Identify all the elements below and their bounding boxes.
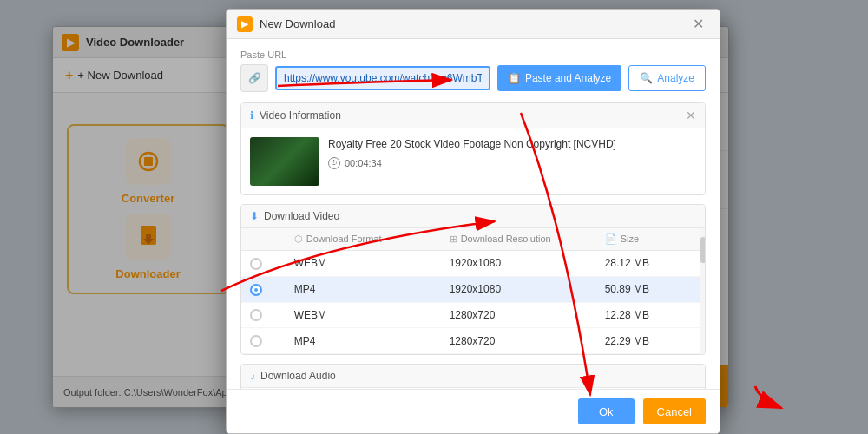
format-cell: WEBM bbox=[286, 251, 441, 277]
radio-button[interactable] bbox=[250, 284, 262, 296]
resolution-cell: 1920x1080 bbox=[441, 276, 596, 302]
download-audio-section: ♪ Download Audio WEBM 68k 2.23 MB M4A 12… bbox=[240, 364, 706, 389]
dialog-footer: Ok Cancel bbox=[227, 389, 720, 433]
url-input[interactable] bbox=[275, 66, 490, 90]
radio-button[interactable] bbox=[250, 335, 262, 347]
video-table-inner: ⬡Download Format ⊞Download Resolution 📄S… bbox=[241, 228, 700, 354]
col-size-header: 📄Size bbox=[596, 228, 700, 251]
size-cell: 50.89 MB bbox=[596, 276, 700, 302]
radio-button[interactable] bbox=[250, 258, 262, 270]
size-cell: 12.28 MB bbox=[596, 302, 700, 328]
url-icon: 🔗 bbox=[240, 64, 268, 92]
video-format-row[interactable]: WEBM 1920x1080 28.12 MB bbox=[241, 251, 700, 277]
format-cell: MP4 bbox=[286, 328, 441, 354]
video-info-section: ℹ Video Information ✕ Royalty Free 20 St… bbox=[240, 102, 706, 195]
download-video-header: ⬇ Download Video bbox=[241, 205, 705, 228]
dialog-title-left: ▶ New Download bbox=[237, 16, 335, 32]
download-video-label: Download Video bbox=[264, 210, 339, 222]
format-cell: MP4 bbox=[286, 276, 441, 302]
video-info-label: Video Information bbox=[260, 109, 341, 122]
video-duration: ⏱ 00:04:34 bbox=[328, 157, 696, 169]
download-video-icon: ⬇ bbox=[250, 210, 259, 222]
video-meta: Royalty Free 20 Stock Video Footage Non … bbox=[328, 137, 696, 169]
paste-icon: 📋 bbox=[508, 72, 521, 84]
url-section: Paste URL 🔗 📋 Paste and Analyze 🔍 Analyz… bbox=[240, 49, 706, 92]
video-format-row[interactable]: WEBM 1280x720 12.28 MB bbox=[241, 302, 700, 328]
ok-button[interactable]: Ok bbox=[578, 398, 635, 424]
analyze-button[interactable]: 🔍 Analyze bbox=[628, 65, 706, 91]
url-label: Paste URL bbox=[240, 49, 706, 60]
download-audio-icon: ♪ bbox=[250, 370, 255, 382]
radio-button[interactable] bbox=[250, 309, 262, 321]
cancel-button[interactable]: Cancel bbox=[643, 398, 706, 424]
resolution-cell: 1280x720 bbox=[441, 328, 596, 354]
video-info-icon: ℹ bbox=[250, 109, 254, 122]
video-table-wrapper: ⬡Download Format ⊞Download Resolution 📄S… bbox=[241, 228, 705, 354]
resolution-cell: 1280x720 bbox=[441, 302, 596, 328]
resolution-cell: 1920x1080 bbox=[441, 251, 596, 277]
clock-icon: ⏱ bbox=[328, 157, 340, 169]
download-video-section: ⬇ Download Video ⬡Download Format bbox=[240, 204, 706, 355]
video-info-header: ℹ Video Information ✕ bbox=[241, 103, 705, 128]
new-download-dialog: ▶ New Download ✕ Paste URL 🔗 📋 Paste and… bbox=[226, 9, 720, 434]
video-format-row[interactable]: MP4 1920x1080 50.89 MB bbox=[241, 276, 700, 302]
dialog-close-button[interactable]: ✕ bbox=[687, 14, 709, 34]
col-res-header: ⊞Download Resolution bbox=[441, 228, 596, 251]
size-cell: 22.29 MB bbox=[596, 328, 700, 354]
video-format-table: ⬡Download Format ⊞Download Resolution 📄S… bbox=[241, 228, 700, 354]
dialog-titlebar: ▶ New Download ✕ bbox=[227, 10, 720, 39]
url-row: 🔗 📋 Paste and Analyze 🔍 Analyze bbox=[240, 64, 706, 92]
analyze-icon: 🔍 bbox=[640, 72, 653, 84]
download-audio-label: Download Audio bbox=[260, 370, 336, 382]
video-thumbnail bbox=[250, 137, 319, 186]
video-format-row[interactable]: MP4 1280x720 22.29 MB bbox=[241, 328, 700, 354]
dialog-app-icon: ▶ bbox=[237, 16, 253, 32]
dialog-title: New Download bbox=[260, 17, 335, 30]
scrollbar-thumb bbox=[700, 237, 706, 263]
paste-and-analyze-button[interactable]: 📋 Paste and Analyze bbox=[497, 65, 621, 91]
scrollbar-track[interactable] bbox=[700, 228, 705, 354]
video-info-close-button[interactable]: ✕ bbox=[686, 108, 696, 122]
size-cell: 28.12 MB bbox=[596, 251, 700, 277]
format-cell: WEBM bbox=[286, 302, 441, 328]
dialog-body: Paste URL 🔗 📋 Paste and Analyze 🔍 Analyz… bbox=[227, 39, 720, 389]
col-format-header: ⬡Download Format bbox=[286, 228, 441, 251]
video-title: Royalty Free 20 Stock Video Footage Non … bbox=[328, 137, 696, 152]
download-audio-header: ♪ Download Audio bbox=[241, 365, 705, 388]
video-info-body: Royalty Free 20 Stock Video Footage Non … bbox=[241, 128, 705, 194]
